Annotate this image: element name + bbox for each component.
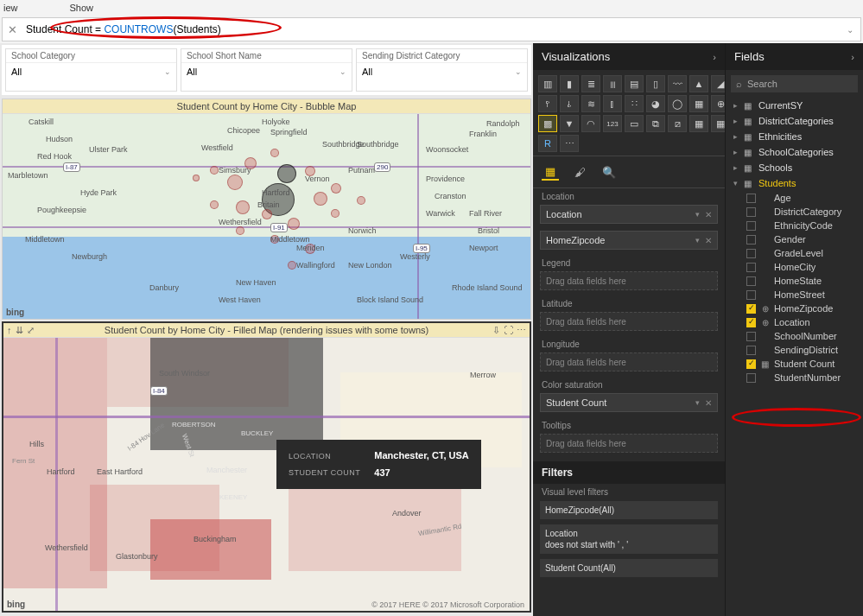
drill-down-icon[interactable]: ⇊ xyxy=(16,325,23,336)
remove-icon[interactable]: ✕ xyxy=(705,398,712,408)
checkbox-icon[interactable] xyxy=(746,276,756,286)
viz-donut-icon[interactable]: ◯ xyxy=(668,95,687,112)
viz-pie-icon[interactable]: ◕ xyxy=(646,95,665,112)
analytics-tab-icon[interactable]: 🔍 xyxy=(600,163,618,181)
fields-header[interactable]: Fields› xyxy=(726,43,863,70)
field-homestreet[interactable]: HomeStreet xyxy=(726,288,863,302)
checkbox-icon[interactable] xyxy=(746,359,756,369)
viz-filled-map-icon[interactable]: ▩ xyxy=(538,115,557,132)
viz-100-bar-icon[interactable]: ▤ xyxy=(625,75,644,92)
viz-scatter-icon[interactable]: ∷ xyxy=(625,95,644,112)
viz-table-icon[interactable]: ▦ xyxy=(689,115,708,132)
checkbox-icon[interactable] xyxy=(746,318,756,327)
visualizations-header[interactable]: Visualizations› xyxy=(533,43,725,70)
menu-show[interactable]: Show xyxy=(70,3,94,13)
map-body[interactable]: I-84 384 South Windsor ROBERTSON BUCKLEY… xyxy=(3,338,530,611)
viz-card-icon[interactable]: 123 xyxy=(603,115,622,132)
checkbox-icon[interactable] xyxy=(746,194,756,203)
well-legend[interactable]: Drag data fields here xyxy=(540,271,718,290)
viz-kpi-icon[interactable]: ⧉ xyxy=(646,115,665,132)
checkbox-icon[interactable] xyxy=(746,249,756,258)
cancel-formula-icon[interactable]: ✕ xyxy=(8,23,17,36)
remove-icon[interactable]: ✕ xyxy=(705,236,712,245)
checkbox-icon[interactable] xyxy=(746,263,756,272)
well-latitude[interactable]: Drag data fields here xyxy=(540,312,718,331)
format-tab-icon[interactable]: 🖌 xyxy=(571,163,588,181)
remove-icon[interactable]: ✕ xyxy=(705,210,712,219)
table-row-currentsy[interactable]: ▸▦CurrentSY xyxy=(726,98,863,113)
checkbox-icon[interactable] xyxy=(746,235,756,244)
field-homestate[interactable]: HomeState xyxy=(726,274,863,288)
drill-up-icon[interactable]: ↑ xyxy=(7,325,12,336)
viz-stacked-bar-icon[interactable]: ▥ xyxy=(538,75,557,92)
table-row-schoolcategories[interactable]: ▸▦SchoolCategories xyxy=(726,144,863,160)
filter-item[interactable]: Student Count(All) xyxy=(540,559,718,577)
table-row-districtcategories[interactable]: ▸▦DistrictCategories xyxy=(726,113,863,129)
slicer-dropdown[interactable]: All⌄ xyxy=(181,62,352,80)
table-row-students[interactable]: ▾▦Students xyxy=(726,175,863,191)
table-row-schools[interactable]: ▸▦Schools xyxy=(726,160,863,175)
viz-import-icon[interactable]: ⋯ xyxy=(560,135,579,152)
viz-clustered-bar-icon[interactable]: ≣ xyxy=(581,75,600,92)
well-longitude[interactable]: Drag data fields here xyxy=(540,352,718,372)
field-homezipcode[interactable]: ⊕HomeZipcode xyxy=(726,302,863,315)
viz-slicer-icon[interactable]: ⧄ xyxy=(668,115,687,132)
menu-view[interactable]: iew xyxy=(3,3,18,13)
field-gradelevel[interactable]: GradeLevel xyxy=(726,246,863,260)
viz-waterfall-icon[interactable]: ⫿ xyxy=(603,95,622,112)
viz-combo1-icon[interactable]: ⫯ xyxy=(538,95,557,112)
checkbox-icon[interactable] xyxy=(746,304,756,314)
viz-funnel-icon[interactable]: ▼ xyxy=(560,115,579,132)
well-location-item[interactable]: Location▾✕ xyxy=(540,205,718,224)
viz-stacked-column-icon[interactable]: ▮ xyxy=(560,75,579,92)
drill-toggle-icon[interactable]: ⇩ xyxy=(492,325,500,336)
table-row-ethnicities[interactable]: ▸▦Ethnicities xyxy=(726,129,863,144)
field-age[interactable]: Age xyxy=(726,191,863,205)
checkbox-icon[interactable] xyxy=(746,207,756,217)
well-saturation-item[interactable]: Student Count▾✕ xyxy=(540,393,718,412)
checkbox-icon[interactable] xyxy=(746,346,756,355)
field-student-count[interactable]: ▦Student Count xyxy=(726,357,863,371)
checkbox-icon[interactable] xyxy=(746,373,756,383)
field-ethnicitycode[interactable]: EthnicityCode xyxy=(726,219,863,232)
viz-multirow-icon[interactable]: ▭ xyxy=(625,115,644,132)
field-homecity[interactable]: HomeCity xyxy=(726,260,863,274)
checkbox-icon[interactable] xyxy=(746,221,756,231)
field-studentnumber[interactable]: StudentNumber xyxy=(726,371,863,384)
field-location[interactable]: ⊕Location xyxy=(726,315,863,329)
well-tooltips[interactable]: Drag data fields here xyxy=(540,434,718,453)
formula-bar[interactable]: ✕ Student Count = COUNTROWS(Students) ⌄ xyxy=(2,17,861,41)
visual-bubble-map[interactable]: Student Count by Home City - Bubble Map … xyxy=(2,98,531,320)
field-sendingdistrict[interactable]: SendingDistrict xyxy=(726,343,863,357)
visual-filled-map[interactable]: ↑ ⇊ ⤢ ⇩ ⛶ ⋯ Student Count by Home City -… xyxy=(2,321,531,613)
fields-tab-icon[interactable]: ▦ xyxy=(542,163,559,181)
field-districtcategory[interactable]: DistrictCategory xyxy=(726,205,863,219)
more-icon[interactable]: ⋯ xyxy=(517,325,526,336)
slicer-sending-district[interactable]: Sending District Category All⌄ xyxy=(356,48,528,92)
viz-combo2-icon[interactable]: ⫰ xyxy=(560,95,579,112)
expand-icon[interactable]: ⤢ xyxy=(27,325,35,336)
viz-100-column-icon[interactable]: ▯ xyxy=(646,75,665,92)
formula-text[interactable]: Student Count = COUNTROWS(Students) xyxy=(26,23,221,35)
focus-mode-icon[interactable]: ⛶ xyxy=(504,325,513,336)
viz-area-icon[interactable]: ▲ xyxy=(689,75,708,92)
viz-treemap-icon[interactable]: ▦ xyxy=(689,95,708,112)
slicer-dropdown[interactable]: All⌄ xyxy=(6,62,176,80)
viz-ribbon-icon[interactable]: ≋ xyxy=(581,95,600,112)
viz-line-icon[interactable]: 〰 xyxy=(668,75,687,92)
slicer-school-category[interactable]: School Category All⌄ xyxy=(5,48,177,92)
expand-formula-icon[interactable]: ⌄ xyxy=(847,25,853,35)
viz-gauge-icon[interactable]: ◠ xyxy=(581,115,600,132)
checkbox-icon[interactable] xyxy=(746,332,756,341)
map-body[interactable]: I-87 290 I-91 I-95 xyxy=(3,114,530,319)
checkbox-icon[interactable] xyxy=(746,290,756,300)
slicer-dropdown[interactable]: All⌄ xyxy=(357,62,527,80)
well-location-item[interactable]: HomeZipcode▾✕ xyxy=(540,231,718,250)
filter-item[interactable]: HomeZipcode(All) xyxy=(540,501,718,519)
slicer-school-short-name[interactable]: School Short Name All⌄ xyxy=(181,48,352,92)
fields-search-input[interactable]: ⌕Search xyxy=(731,75,858,92)
viz-r-icon[interactable]: R xyxy=(538,135,557,152)
filter-item[interactable]: Location does not start with ' , ' xyxy=(540,524,718,554)
viz-clustered-column-icon[interactable]: ⫼ xyxy=(603,75,622,92)
field-schoolnumber[interactable]: SchoolNumber xyxy=(726,329,863,343)
